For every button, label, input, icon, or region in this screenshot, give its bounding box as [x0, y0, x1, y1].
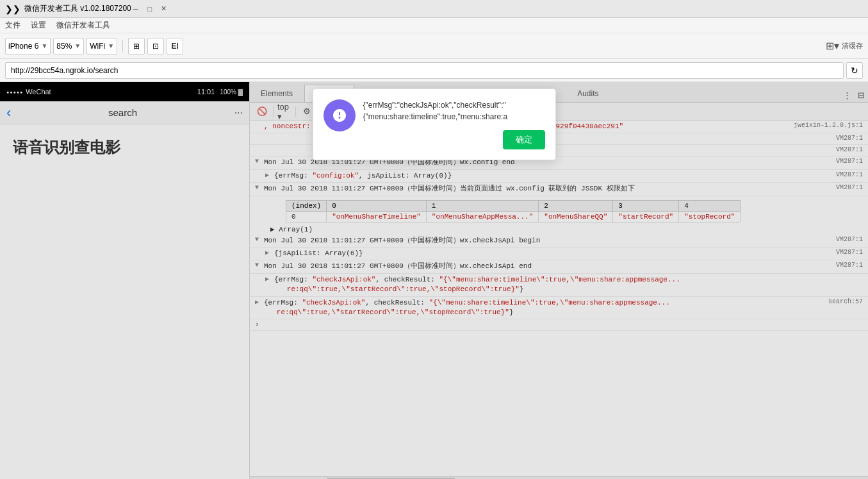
url-bar-area: ↻: [0, 59, 868, 82]
table-header-0: 0: [327, 200, 427, 211]
expand-icon[interactable]: ▶: [265, 171, 272, 179]
close-button[interactable]: ✕: [160, 4, 168, 13]
minimize-button[interactable]: ─: [131, 4, 140, 13]
expand-icon: ▼: [255, 236, 261, 243]
table-cell-1: "onMenuShareAppMessa...": [426, 211, 538, 222]
network-label: WiFi: [90, 42, 105, 51]
refresh-button[interactable]: ↻: [846, 62, 863, 79]
device-arrow-icon: ▼: [41, 42, 47, 49]
signal-dots: ●●●●●: [6, 90, 23, 94]
title-bar: ❯❯ 微信开发者工具 v1.02.1807200 ─ □ ✕: [0, 0, 868, 18]
console-row-checkjsapi-end-detail: ▶ {errMsg: "checkJsApi:ok", checkResult:…: [250, 274, 868, 297]
filter-btn[interactable]: top ▾: [277, 105, 291, 119]
devtools-more-btn[interactable]: ⋮: [840, 88, 854, 102]
table-row: 0 "onMenuShareTimeline" "onMenuShareAppM…: [286, 211, 741, 222]
console-link[interactable]: VM287:1: [831, 171, 863, 178]
clear-cache-button[interactable]: ⊞▾ 清缓存: [826, 40, 863, 52]
settings-gear[interactable]: ⚙: [300, 105, 314, 119]
console-text: {errMsg: "checkJsApi:ok", checkResult: "…: [274, 275, 858, 295]
maximize-button[interactable]: □: [145, 4, 154, 13]
table-header-2: 2: [539, 200, 613, 211]
console-link[interactable]: VM287:1: [831, 262, 863, 269]
toolbar-separator: [122, 40, 123, 53]
table-cell-3: "startRecord": [613, 211, 679, 222]
device-selector[interactable]: iPhone 6 ▼: [5, 38, 51, 55]
console-link[interactable]: VM287:1: [831, 146, 863, 153]
console-text: Mon Jul 30 2018 11:01:27 GMT+0800（中国标准时间…: [264, 184, 831, 194]
console-text: {errMsg: "checkJsApi:ok", checkResult: "…: [264, 298, 823, 318]
dialog-confirm-button[interactable]: 确定: [503, 130, 545, 149]
expand-icon: ▼: [255, 158, 261, 165]
inspect-btn[interactable]: ⊡: [147, 38, 164, 55]
console-row-checkjsapi-begin-detail: ▶ {jsApiList: Array(6)} VM287:1: [250, 248, 868, 260]
menu-settings[interactable]: 设置: [31, 20, 46, 31]
console-link[interactable]: jweixin-1.2.0.js:1: [789, 122, 863, 129]
network-selector[interactable]: WiFi ▼: [86, 38, 117, 55]
zoom-selector[interactable]: 85% ▼: [53, 38, 84, 55]
toolbar: iPhone 6 ▼ 85% ▼ WiFi ▼ ⊞ ⊡ El ⊞▾ 清缓存: [0, 33, 868, 59]
back-button[interactable]: ‹: [6, 105, 11, 121]
menu-bar: 文件 设置 微信开发者工具: [0, 18, 868, 33]
carrier-label: WeChat: [26, 88, 51, 96]
url-input[interactable]: [5, 62, 844, 79]
table-cell-index: 0: [286, 211, 327, 222]
dialog-icon: [323, 99, 356, 131]
console-btn[interactable]: El: [167, 38, 183, 55]
horizontal-scrollbar[interactable]: [250, 476, 868, 479]
title-icon: ❯❯: [5, 4, 20, 14]
console-table-container: (index) 0 1 2 3 4 0 "onMenuShareTimeline…: [250, 196, 868, 235]
console-text: Mon Jul 30 2018 11:01:27 GMT+0800（中国标准时间…: [264, 262, 831, 271]
table-header-3: 3: [613, 200, 679, 211]
devtools-dock-btn[interactable]: ⊟: [854, 88, 868, 102]
expand-icon: ▼: [255, 184, 261, 191]
layout-btn[interactable]: ⊞: [128, 38, 145, 55]
console-link[interactable]: VM287:1: [831, 135, 863, 142]
expand-icon: ▼: [255, 262, 261, 269]
console-row-config-detail: ▶ {errMsg: "config:ok", jsApiList: Array…: [250, 170, 868, 183]
zoom-label: 85%: [56, 42, 72, 51]
console-clear-btn[interactable]: 🚫: [255, 105, 269, 119]
array-label[interactable]: ▶ Array(1): [270, 225, 863, 233]
table-header-1: 1: [426, 200, 538, 211]
table-header-4: 4: [679, 200, 741, 211]
status-time: 11:01: [197, 88, 215, 96]
table-header-index: (index): [286, 200, 327, 211]
network-arrow-icon: ▼: [108, 42, 114, 49]
tab-elements[interactable]: Elements: [250, 84, 304, 102]
console-text: Mon Jul 30 2018 11:01:27 GMT+0800（中国标准时间…: [264, 236, 831, 246]
table-cell-0: "onMenuShareTimeline": [327, 211, 427, 222]
refresh-icon: ↻: [851, 65, 858, 76]
clear-cache-label: 清缓存: [842, 41, 863, 51]
console-area[interactable]: , nonceStr: "8254512536788965", signatur…: [250, 121, 868, 476]
console-row-full-result: ▶ {errMsg: "checkJsApi:ok", checkResult:…: [250, 297, 868, 320]
expand-icon[interactable]: ▶: [255, 298, 261, 306]
phone-nav-bar: ‹ search ···: [0, 101, 249, 124]
dialog-content: {"errMsg":"checkJsApi:ok","checkResult":…: [363, 99, 545, 149]
table-cell-4: "stopRecord": [679, 211, 741, 222]
battery-indicator: 100% ▓: [220, 88, 243, 96]
main-title: 语音识别查电影: [13, 137, 236, 158]
console-link[interactable]: VM287:1: [831, 158, 863, 165]
console-row-permissions: ▼ Mon Jul 30 2018 11:01:27 GMT+0800（中国标准…: [250, 183, 868, 196]
console-link[interactable]: search:57: [823, 298, 863, 305]
console-link[interactable]: VM287:1: [831, 249, 863, 256]
menu-wechat-devtools[interactable]: 微信开发者工具: [56, 20, 110, 31]
zoom-arrow-icon: ▼: [74, 42, 81, 49]
dt-separator-1: [273, 106, 274, 117]
title-text: 微信开发者工具 v1.02.1807200: [24, 3, 131, 14]
expand-icon[interactable]: ▶: [265, 249, 272, 256]
expand-icon[interactable]: ▶: [265, 275, 272, 283]
console-link[interactable]: VM287:1: [831, 236, 863, 243]
nav-title: search: [11, 107, 234, 118]
dialog-line1: {"errMsg":"checkJsApi:ok","checkResult":…: [363, 101, 506, 110]
menu-file[interactable]: 文件: [5, 20, 20, 31]
dialog-text: {"errMsg":"checkJsApi:ok","checkResult":…: [363, 99, 545, 122]
more-button[interactable]: ···: [234, 107, 243, 119]
console-text: {jsApiList: Array(6)}: [274, 249, 831, 258]
window-controls: ─ □ ✕: [131, 4, 168, 13]
phone-content: 语音识别查电影: [0, 124, 249, 479]
tab-audits[interactable]: Audits: [566, 84, 609, 102]
console-link[interactable]: VM287:1: [831, 184, 863, 191]
console-row-checkjsapi-begin: ▼ Mon Jul 30 2018 11:01:27 GMT+0800（中国标准…: [250, 235, 868, 248]
console-data-table: (index) 0 1 2 3 4 0 "onMenuShareTimeline…: [286, 200, 741, 223]
